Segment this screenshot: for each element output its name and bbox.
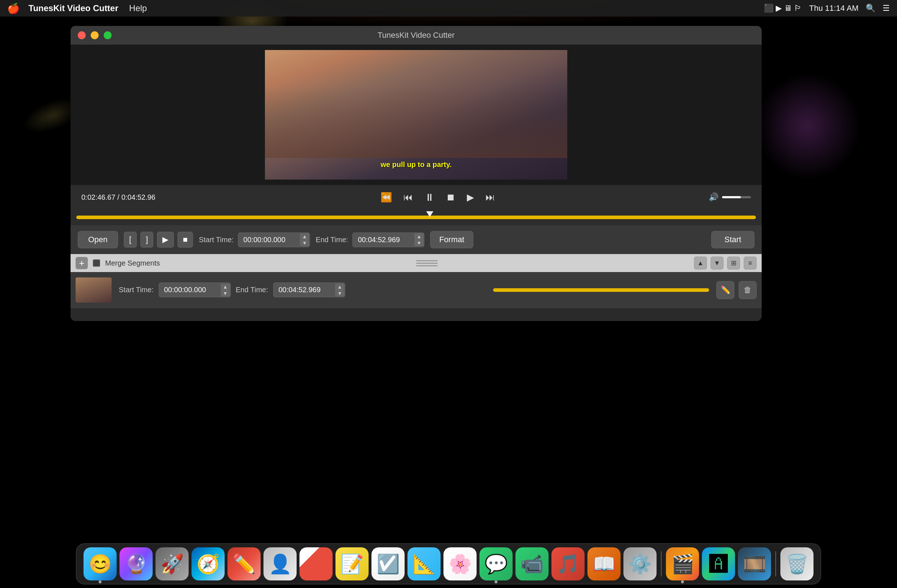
dock-icon-pencilkit[interactable]: ✏️ (228, 547, 260, 580)
dock-icon-contacts[interactable]: 👤 (263, 547, 297, 580)
dock-icon-music[interactable]: 🎵 (551, 547, 585, 580)
dock-icon-siri[interactable]: 🔮 (119, 547, 153, 580)
freeform-icon: 📐 (412, 553, 436, 575)
dock-separator-2 (775, 551, 776, 576)
format-button[interactable]: Format (430, 231, 473, 248)
volume-icon: 🔊 (709, 192, 718, 202)
drag-handle (165, 260, 689, 266)
menubar-help[interactable]: Help (129, 3, 147, 13)
drag-line-2 (416, 263, 438, 264)
start-time-stepper: ▲ ▼ (300, 232, 309, 247)
quicktime-icon: 🎞️ (743, 553, 766, 575)
end-time-input[interactable] (352, 232, 424, 247)
move-down-button[interactable]: ▼ (710, 257, 724, 270)
close-button[interactable] (78, 31, 86, 39)
merge-checkbox[interactable] (93, 260, 100, 267)
dock-icon-notes[interactable]: 📝 (335, 547, 369, 580)
dock-icon-finder[interactable]: 😊 (84, 547, 116, 580)
mark-buttons: [ ] ▶ ■ (124, 232, 193, 247)
end-time-up[interactable]: ▲ (414, 233, 424, 240)
tuneskit-icon: 🎬 (671, 553, 694, 575)
dock-icon-quicktime[interactable]: 🎞️ (738, 547, 771, 580)
minimize-button[interactable] (91, 31, 99, 39)
stop-segment-button[interactable]: ■ (178, 232, 193, 247)
messages-icon: 💬 (485, 553, 508, 575)
segment-start-input[interactable] (159, 283, 231, 297)
messages-dot (494, 580, 497, 583)
dock-separator (661, 551, 661, 576)
maximize-button[interactable] (104, 31, 112, 39)
segment-delete-button[interactable]: 🗑 (739, 281, 757, 299)
photos-icon: 🌸 (448, 553, 472, 575)
mark-out-button[interactable]: ] (140, 232, 153, 247)
start-time-group: Start Time: ▲ ▼ (199, 232, 310, 247)
desktop: 🍎 TunesKit Video Cutter Help ⬛ ▶ 🖥 🏳 Thu… (0, 0, 897, 588)
play-button[interactable]: ▶ (464, 189, 477, 205)
segments-header-right: ▲ ▼ ⊞ ≡ (694, 257, 757, 270)
calendar-icon: 6 (312, 556, 320, 571)
mark-in-button[interactable]: [ (124, 232, 137, 247)
open-button[interactable]: Open (78, 231, 118, 248)
start-button[interactable]: Start (711, 231, 755, 248)
segment-thumbnail (76, 278, 112, 302)
end-time-stepper: ▲ ▼ (414, 232, 424, 247)
segment-end-label: End Time: (236, 286, 268, 294)
start-time-input-wrap: ▲ ▼ (238, 232, 310, 247)
trash-icon: 🗑️ (785, 553, 809, 575)
apple-menu[interactable]: 🍎 (7, 3, 20, 14)
table-row: Start Time: ▲ ▼ End Time: ▲ ▼ (70, 272, 762, 308)
video-content (265, 86, 567, 158)
end-time-group: End Time: ▲ ▼ (316, 232, 424, 247)
books-icon: 📖 (592, 553, 616, 575)
dock-icon-photos[interactable]: 🌸 (444, 547, 476, 580)
dock-icon-safari[interactable]: 🧭 (191, 547, 225, 580)
end-time-input-wrap: ▲ ▼ (352, 232, 424, 247)
play-segment-button[interactable]: ▶ (157, 232, 174, 247)
list-view-button[interactable]: ≡ (744, 257, 757, 270)
seg-end-down[interactable]: ▼ (335, 290, 344, 296)
video-subtitle: we pull up to a party. (380, 160, 452, 169)
pause-button[interactable]: ⏸ (421, 189, 437, 205)
seg-end-up[interactable]: ▲ (335, 284, 344, 290)
seg-start-down[interactable]: ▼ (220, 290, 230, 296)
stop-button[interactable]: ⏹ (443, 189, 458, 205)
dock-icon-reminders[interactable]: ☑️ (372, 547, 404, 580)
add-segment-button[interactable]: + (76, 257, 88, 269)
search-icon[interactable]: 🔍 (866, 4, 876, 13)
list-icon[interactable]: ☰ (883, 4, 890, 13)
start-time-down[interactable]: ▼ (300, 240, 309, 246)
volume-section: 🔊 (693, 192, 751, 202)
dock-icon-systemprefs[interactable]: ⚙️ (623, 547, 657, 580)
step-back-button[interactable]: ⏮ (401, 189, 416, 205)
segment-end-input[interactable] (273, 283, 345, 297)
seg-start-up[interactable]: ▲ (220, 284, 230, 290)
move-up-button[interactable]: ▲ (694, 257, 707, 270)
drag-line-3 (416, 265, 438, 266)
dock-icon-launchpad[interactable]: 🚀 (156, 547, 188, 580)
volume-slider[interactable] (722, 196, 751, 198)
start-time-up[interactable]: ▲ (300, 233, 309, 240)
start-time-input[interactable] (238, 232, 310, 247)
drag-line-1 (416, 260, 438, 261)
menubar: 🍎 TunesKit Video Cutter Help ⬛ ▶ 🖥 🏳 Thu… (0, 0, 897, 17)
step-forward-button[interactable]: ⏭ (483, 189, 498, 205)
dock-icon-calendar[interactable]: 6 (300, 547, 332, 580)
end-time-down[interactable]: ▼ (414, 240, 424, 246)
dock-icon-appstore[interactable]: 🅰 (702, 547, 735, 580)
dock-icon-freeform[interactable]: 📐 (407, 547, 441, 580)
menubar-app-name[interactable]: TunesKit Video Cutter (28, 3, 118, 13)
dock-icon-facetime[interactable]: 📹 (516, 547, 549, 580)
segments-area: + Merge Segments ▲ ▼ ⊞ ≡ (70, 254, 762, 321)
rewind-button[interactable]: ⏪ (378, 189, 395, 205)
start-time-label: Start Time: (199, 236, 234, 244)
dock-icon-tuneskit[interactable]: 🎬 (666, 547, 699, 580)
seg-start-stepper: ▲ ▼ (220, 283, 230, 297)
expand-button[interactable]: ⊞ (727, 257, 740, 270)
segment-progress-bar[interactable] (493, 288, 709, 292)
dock-icon-trash[interactable]: 🗑️ (781, 547, 813, 580)
dock-icon-messages[interactable]: 💬 (479, 547, 513, 580)
seek-bar[interactable] (76, 215, 756, 219)
segment-edit-button[interactable]: ✏️ (716, 281, 734, 299)
segment-time-fields: Start Time: ▲ ▼ End Time: ▲ ▼ (119, 283, 486, 297)
dock-icon-books[interactable]: 📖 (588, 547, 621, 580)
